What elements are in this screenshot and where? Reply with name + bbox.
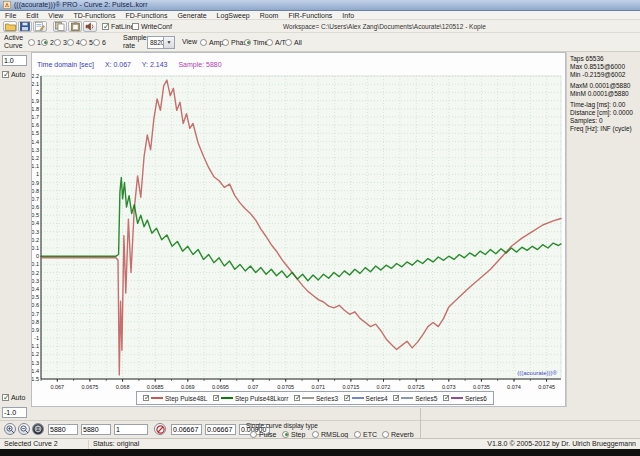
y-min-auto-checkbox[interactable]: Auto bbox=[2, 393, 25, 401]
radio-icon bbox=[266, 39, 273, 46]
svg-text:2: 2 bbox=[36, 89, 39, 95]
display-radio-rmslog[interactable]: RMSLog bbox=[312, 430, 348, 438]
stat-taps: Taps 65536 bbox=[570, 55, 640, 63]
svg-text:0.0675: 0.0675 bbox=[81, 384, 98, 390]
checkbox-icon bbox=[2, 71, 9, 78]
menu-room[interactable]: Room bbox=[255, 11, 284, 19]
svg-text:0.1: 0.1 bbox=[32, 245, 39, 251]
menu-view[interactable]: View bbox=[43, 11, 68, 19]
radio-icon bbox=[382, 431, 389, 438]
marker-from-input[interactable] bbox=[48, 424, 78, 435]
menu-edit[interactable]: Edit bbox=[21, 11, 43, 19]
zoom-out-button[interactable] bbox=[18, 423, 30, 435]
display-radio-reverb[interactable]: Reverb bbox=[382, 430, 414, 438]
radio-icon bbox=[200, 39, 207, 46]
display-radio-step[interactable]: Step bbox=[282, 430, 305, 438]
svg-text:0.4: 0.4 bbox=[32, 220, 39, 226]
paste-curve-button[interactable] bbox=[68, 21, 82, 32]
checkbox-icon bbox=[102, 23, 109, 30]
series-color-swatch bbox=[451, 397, 463, 399]
view-radio-at[interactable]: A/T bbox=[266, 38, 286, 46]
prohibition-icon bbox=[156, 425, 165, 434]
svg-text:0.071: 0.071 bbox=[311, 384, 325, 390]
curve-stats-panel: Taps 65536 Max 0.8515@6000 Min -0.2159@6… bbox=[566, 52, 640, 407]
clipboard-icon bbox=[71, 22, 80, 31]
legend-item-series4[interactable]: Series4 bbox=[344, 395, 388, 402]
y-min-input[interactable] bbox=[2, 407, 27, 418]
view-radio-all[interactable]: All bbox=[285, 38, 302, 46]
active-curve-radio-3[interactable]: 3 bbox=[54, 38, 67, 46]
legend-item-series5[interactable]: Series5 bbox=[393, 395, 437, 402]
bottom-control-bar: Single curve display type Pulse Step RMS… bbox=[0, 420, 640, 438]
legend-item-step-pulse48lkorr[interactable]: Step Pulse48Lkorr bbox=[213, 395, 288, 402]
legend-item-step-pulse48l[interactable]: Step Pulse48L bbox=[143, 395, 207, 402]
radio-icon bbox=[354, 431, 361, 438]
display-radio-etc[interactable]: ETC bbox=[354, 430, 377, 438]
active-curve-radio-1[interactable]: 1 bbox=[28, 38, 41, 46]
checkbox-icon bbox=[213, 395, 219, 401]
divider bbox=[88, 440, 89, 449]
legend-item-series3[interactable]: Series3 bbox=[294, 395, 338, 402]
copy-icon bbox=[55, 22, 65, 31]
display-radio-pulse[interactable]: Pulse bbox=[250, 430, 277, 438]
menu-fd-functions[interactable]: FD-Functions bbox=[120, 11, 172, 19]
writeconf-checkbox[interactable]: WriteConf bbox=[132, 22, 172, 30]
svg-text:1.3: 1.3 bbox=[32, 147, 39, 153]
play-audio-button[interactable] bbox=[83, 21, 97, 32]
workspace-path: Workspace= C:\Users\Alex Zang\Documents\… bbox=[283, 23, 486, 30]
active-curve-radio-4[interactable]: 4 bbox=[67, 38, 80, 46]
menu-info[interactable]: Info bbox=[337, 11, 359, 19]
copy-curve-button[interactable] bbox=[53, 21, 67, 32]
svg-text:-0.9: -0.9 bbox=[32, 327, 39, 333]
svg-text:(((acourate)))®: (((acourate)))® bbox=[517, 370, 557, 376]
svg-text:0.072: 0.072 bbox=[377, 384, 391, 390]
active-curve-radio-6[interactable]: 6 bbox=[93, 38, 106, 46]
checkbox-icon bbox=[2, 394, 9, 401]
status-version: V1.8.0 © 2005-2012 by Dr. Ulrich Bruegge… bbox=[487, 439, 636, 449]
stat-min: Min -0.2159@6002 bbox=[570, 71, 640, 79]
radio-icon bbox=[93, 39, 100, 46]
time-value-2[interactable] bbox=[205, 424, 236, 435]
fatline-checkbox[interactable]: FatLine bbox=[102, 22, 134, 30]
zoom-reset-button[interactable] bbox=[32, 423, 44, 435]
svg-text:0.0685: 0.0685 bbox=[147, 384, 164, 390]
menu-fir-functions[interactable]: FIR-Functions bbox=[283, 11, 337, 19]
cancel-marker-button[interactable] bbox=[154, 423, 166, 435]
marker-to-input[interactable] bbox=[81, 424, 111, 435]
cursor-sample-readout: Sample: 5880 bbox=[178, 61, 221, 68]
active-curve-radio-5[interactable]: 5 bbox=[80, 38, 93, 46]
y-max-auto-checkbox[interactable]: Auto bbox=[2, 70, 25, 78]
open-file-button[interactable] bbox=[3, 21, 17, 32]
display-type-label: Single curve display type bbox=[246, 422, 318, 429]
save-as-button[interactable] bbox=[33, 21, 47, 32]
svg-text:0.068: 0.068 bbox=[116, 384, 130, 390]
menu-logsweep[interactable]: LogSweep bbox=[212, 11, 255, 19]
globe-icon bbox=[34, 425, 42, 433]
marker-step-input[interactable] bbox=[114, 424, 148, 435]
svg-text:1: 1 bbox=[36, 171, 39, 177]
y-max-input[interactable] bbox=[2, 55, 27, 66]
radio-label: RMSLog bbox=[321, 431, 348, 438]
auto-label: Auto bbox=[11, 71, 25, 78]
radio-label: Pulse bbox=[259, 431, 277, 438]
svg-text:-0.3: -0.3 bbox=[32, 278, 39, 284]
chart-domain-label: Time domain [sec] bbox=[37, 61, 94, 68]
time-value-1[interactable] bbox=[171, 424, 202, 435]
menu-td-functions[interactable]: TD-Functions bbox=[68, 11, 120, 19]
sample-rate-dropdown[interactable]: 88200 ▼ bbox=[147, 36, 175, 49]
legend-item-series6[interactable]: Series6 bbox=[443, 395, 487, 402]
view-radio-time[interactable]: Time bbox=[244, 38, 268, 46]
curve-toolbar: Active Curve 1 2 3 4 5 6 Sample rate 882… bbox=[0, 33, 640, 52]
svg-text:-1.2: -1.2 bbox=[32, 351, 39, 357]
menu-generate[interactable]: Generate bbox=[172, 11, 211, 19]
menu-file[interactable]: File bbox=[0, 11, 21, 19]
radio-label: Step bbox=[291, 431, 305, 438]
cursor-y-readout: Y: 2.143 bbox=[142, 61, 168, 68]
svg-text:-0.2: -0.2 bbox=[32, 270, 39, 276]
save-file-button[interactable] bbox=[18, 21, 32, 32]
plot-svg[interactable]: -1.5-1.4-1.3-1.2-1.1-1-0.9-0.8-0.7-0.6-0… bbox=[32, 73, 567, 391]
zoom-in-button[interactable] bbox=[4, 423, 16, 435]
svg-text:1.7: 1.7 bbox=[32, 114, 39, 120]
active-curve-radio-2[interactable]: 2 bbox=[41, 38, 54, 46]
active-curve-label: Active Curve bbox=[4, 34, 28, 50]
